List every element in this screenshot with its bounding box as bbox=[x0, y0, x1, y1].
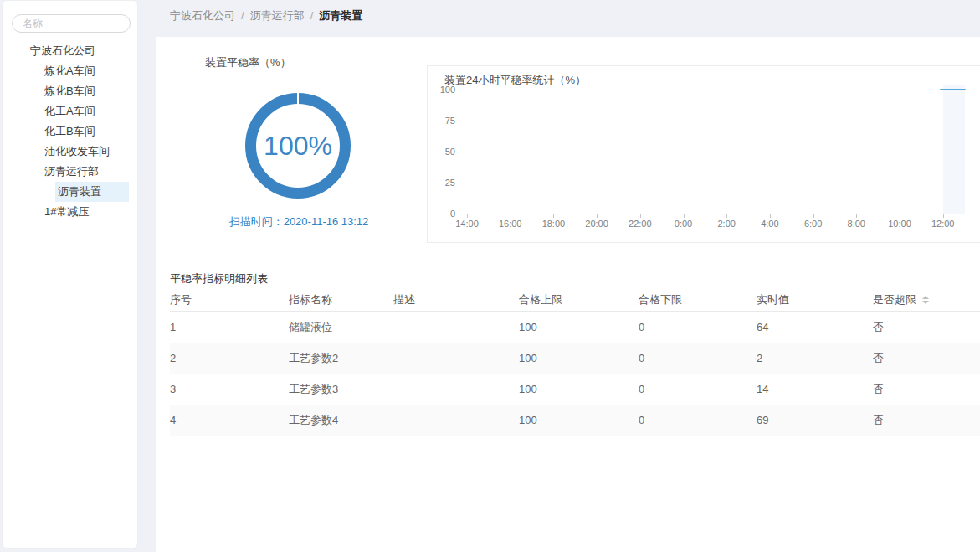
scan-time-line: 扫描时间：2020-11-16 13:12 bbox=[173, 214, 424, 230]
tree-item-label: 油化收发车间 bbox=[44, 145, 110, 157]
y-axis-tick-label: 75 bbox=[428, 116, 455, 126]
table-cell: 2 bbox=[757, 352, 873, 364]
donut-value-label: 100% bbox=[239, 87, 357, 204]
table-row: 2工艺参数210002否 bbox=[170, 343, 980, 374]
y-axis-tick-label: 50 bbox=[428, 147, 455, 157]
breadcrumb-link[interactable]: 宁波石化公司 bbox=[170, 9, 235, 22]
x-axis-tick-label: 4:00 bbox=[752, 219, 788, 229]
x-axis-tick bbox=[856, 214, 857, 218]
tree-item[interactable]: 沥青运行部 bbox=[3, 162, 137, 182]
gridline bbox=[459, 183, 980, 183]
y-axis-tick-label: 0 bbox=[428, 209, 455, 219]
table-row: 4工艺参数4100069否 bbox=[170, 405, 980, 436]
table-header-cell: 实时值 bbox=[757, 292, 873, 307]
x-axis-tick-label: 2:00 bbox=[708, 219, 745, 229]
x-axis-tick bbox=[726, 214, 727, 218]
tree-item[interactable]: 化工B车间 bbox=[3, 121, 137, 142]
table-cell: 否 bbox=[873, 351, 980, 366]
x-axis-tick-label: 14:00 bbox=[449, 219, 485, 229]
x-axis-tick bbox=[553, 214, 554, 218]
tree-item[interactable]: 化工A车间 bbox=[3, 101, 137, 121]
breadcrumb-current: 沥青装置 bbox=[319, 9, 362, 22]
tree-item[interactable]: 沥青装置 bbox=[3, 182, 137, 202]
table-cell: 100 bbox=[519, 352, 639, 364]
table-cell: 否 bbox=[873, 382, 980, 397]
table-header-cell-sortable[interactable]: 是否超限 bbox=[873, 292, 980, 307]
x-axis-tick-label: 8:00 bbox=[838, 219, 875, 229]
donut-chart-title: 装置平稳率（%） bbox=[205, 55, 291, 70]
x-axis-tick-label: 12:00 bbox=[925, 219, 962, 229]
x-axis-tick-label: 6:00 bbox=[795, 219, 832, 229]
table-cell: 0 bbox=[639, 414, 757, 426]
sort-carets-icon[interactable] bbox=[922, 296, 929, 304]
table-cell: 0 bbox=[639, 352, 757, 364]
tree-item[interactable]: 1#常减压 bbox=[3, 202, 137, 222]
table-cell: 0 bbox=[639, 321, 757, 333]
table-cell: 100 bbox=[519, 321, 639, 333]
breadcrumb-separator: / bbox=[241, 9, 244, 22]
x-axis-tick bbox=[813, 214, 814, 218]
y-axis-tick-label: 25 bbox=[428, 178, 455, 188]
column-label: 合格下限 bbox=[639, 293, 682, 306]
x-axis-tick bbox=[597, 214, 598, 218]
search-input[interactable] bbox=[12, 14, 131, 33]
table-cell: 工艺参数4 bbox=[289, 413, 393, 428]
table-cell: 工艺参数3 bbox=[289, 382, 393, 397]
column-label: 是否超限 bbox=[873, 293, 916, 306]
column-label: 实时值 bbox=[757, 293, 789, 306]
table-cell: 3 bbox=[170, 383, 289, 395]
tree-item-label: 炼化B车间 bbox=[44, 85, 95, 97]
table-cell: 100 bbox=[519, 414, 639, 426]
tree-item-label: 化工B车间 bbox=[44, 125, 95, 137]
tree-item-label: 沥青运行部 bbox=[44, 165, 99, 178]
sidebar: 宁波石化公司炼化A车间炼化B车间化工A车间化工B车间油化收发车间沥青运行部沥青装… bbox=[2, 0, 138, 549]
sidebar-tree: 宁波石化公司炼化A车间炼化B车间化工A车间化工B车间油化收发车间沥青运行部沥青装… bbox=[3, 41, 137, 222]
line-series-segment bbox=[940, 89, 966, 90]
line-chart-title: 装置24小时平稳率统计（%） bbox=[444, 73, 586, 88]
tree-item-label: 炼化A车间 bbox=[44, 64, 95, 77]
y-axis-tick-label: 100 bbox=[428, 85, 455, 95]
table-header-cell: 合格上限 bbox=[519, 292, 639, 307]
tree-item[interactable]: 炼化B车间 bbox=[3, 81, 137, 101]
table-header-cell: 序号 bbox=[170, 292, 289, 307]
table-cell: 0 bbox=[639, 383, 757, 395]
tree-item-label: 沥青装置 bbox=[58, 185, 101, 198]
table-cell: 储罐液位 bbox=[289, 320, 393, 335]
x-axis-tick bbox=[511, 214, 511, 218]
column-label: 序号 bbox=[170, 293, 192, 306]
x-axis-tick bbox=[943, 214, 944, 218]
gridline bbox=[459, 121, 980, 121]
table-title: 平稳率指标明细列表 bbox=[170, 271, 268, 286]
tree-item[interactable]: 油化收发车间 bbox=[3, 142, 137, 162]
x-axis-tick bbox=[770, 214, 771, 218]
x-axis-tick-label: 16:00 bbox=[492, 219, 529, 229]
table-header-row: 序号指标名称描述合格上限合格下限实时值是否超限 bbox=[170, 289, 980, 312]
scan-time-label: 扫描时间： bbox=[229, 215, 284, 228]
x-axis-tick bbox=[684, 214, 685, 218]
table-row: 3工艺参数3100014否 bbox=[170, 374, 980, 405]
x-axis-tick-label: 20:00 bbox=[578, 219, 615, 229]
x-axis-tick bbox=[640, 214, 641, 218]
tree-item[interactable]: 炼化A车间 bbox=[3, 61, 137, 81]
column-label: 描述 bbox=[393, 293, 415, 306]
gridline bbox=[459, 90, 980, 90]
breadcrumb-link[interactable]: 沥青运行部 bbox=[250, 9, 305, 22]
breadcrumb-separator: / bbox=[310, 9, 314, 22]
chart-highlight-band bbox=[943, 85, 965, 214]
breadcrumb: 宁波石化公司/沥青运行部/沥青装置 bbox=[170, 8, 362, 23]
table-cell: 100 bbox=[519, 383, 639, 395]
table-cell: 2 bbox=[170, 352, 289, 364]
table-cell: 工艺参数2 bbox=[289, 351, 393, 366]
x-axis-tick-label: 0:00 bbox=[665, 219, 702, 229]
column-label: 合格上限 bbox=[519, 293, 562, 306]
table-cell: 否 bbox=[873, 320, 980, 335]
table-cell: 4 bbox=[170, 414, 289, 426]
x-axis-tick-label: 18:00 bbox=[535, 219, 572, 229]
indicator-table: 序号指标名称描述合格上限合格下限实时值是否超限1储罐液位100064否2工艺参数… bbox=[170, 289, 980, 436]
tree-item[interactable]: 宁波石化公司 bbox=[3, 41, 137, 61]
table-row: 1储罐液位100064否 bbox=[170, 312, 980, 343]
table-header-cell: 描述 bbox=[393, 292, 519, 307]
table-cell: 64 bbox=[757, 321, 873, 333]
line-chart: 装置24小时平稳率统计（%） 100755025014:0016:0018:00… bbox=[427, 65, 980, 243]
table-cell: 1 bbox=[170, 321, 289, 333]
